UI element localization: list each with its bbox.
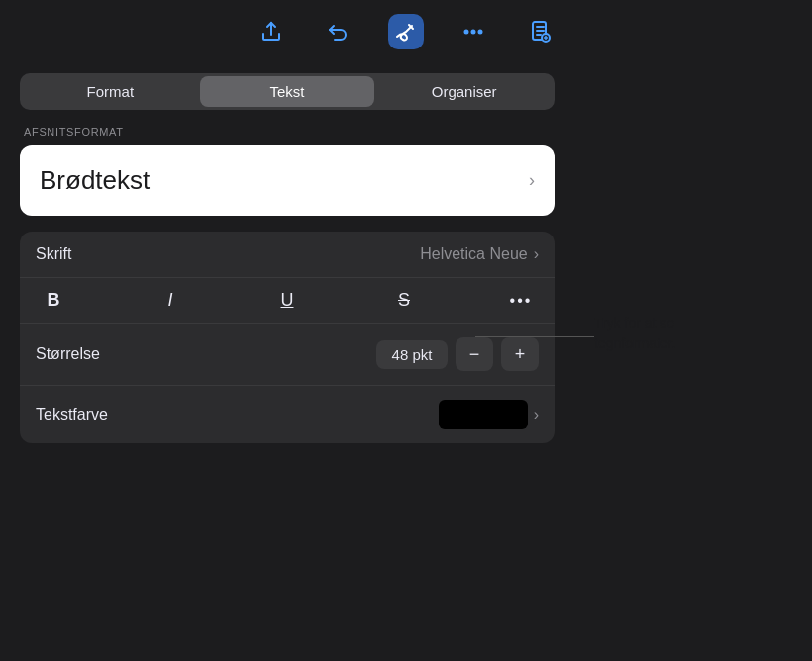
font-row[interactable]: Skrift Helvetica Neue › <box>20 232 555 277</box>
annotation-line2: tegnformater. <box>594 335 676 351</box>
svg-point-0 <box>465 31 468 34</box>
share-icon[interactable] <box>254 14 289 49</box>
color-swatch <box>439 400 528 429</box>
text-color-value: › <box>439 400 539 429</box>
underline-button[interactable]: U <box>273 290 301 311</box>
tab-format[interactable]: Format <box>23 76 198 107</box>
italic-button[interactable]: I <box>156 290 184 311</box>
brush-icon[interactable] <box>388 14 424 49</box>
callout-line <box>475 336 594 337</box>
svg-point-1 <box>472 31 475 34</box>
bold-button[interactable]: B <box>40 290 67 311</box>
annotation-line1: Tryk for at se <box>594 315 674 330</box>
paragraph-format-chevron-icon: › <box>529 170 535 191</box>
decrease-size-button[interactable]: − <box>456 337 493 371</box>
more-formats-button[interactable]: ••• <box>507 292 535 310</box>
paragraph-format-card[interactable]: Brødtekst › <box>20 145 555 216</box>
font-section: Skrift Helvetica Neue › B I U S ••• Stør… <box>20 232 555 443</box>
undo-icon[interactable] <box>321 14 356 49</box>
tab-tekst[interactable]: Tekst <box>200 76 375 107</box>
text-color-label: Tekstfarve <box>36 406 108 424</box>
doc-icon[interactable] <box>523 14 558 49</box>
font-value: Helvetica Neue › <box>420 245 539 263</box>
size-row: Størrelse 48 pkt − + <box>20 323 555 385</box>
section-label-afsnitsformat: AFSNITSFORMAT <box>20 126 555 138</box>
font-value-text: Helvetica Neue <box>420 245 528 263</box>
size-control: 48 pkt − + <box>376 337 539 371</box>
paragraph-format-label: Brødtekst <box>40 165 150 196</box>
more-icon[interactable] <box>456 14 491 49</box>
toolbar <box>0 0 812 61</box>
strikethrough-button[interactable]: S <box>390 290 418 311</box>
tab-bar: Format Tekst Organiser <box>20 73 555 110</box>
text-color-row[interactable]: Tekstfarve › <box>20 385 555 443</box>
size-label: Størrelse <box>36 345 100 363</box>
tab-organiser[interactable]: Organiser <box>376 76 552 107</box>
increase-size-button[interactable]: + <box>501 337 539 371</box>
font-chevron-icon: › <box>534 245 539 263</box>
callout-text: Tryk for at se tegnformater. <box>594 313 676 354</box>
svg-point-2 <box>479 31 482 34</box>
right-space <box>574 61 812 443</box>
left-panel: Format Tekst Organiser AFSNITSFORMAT Brø… <box>0 61 574 443</box>
font-label: Skrift <box>36 245 71 263</box>
style-buttons-row: B I U S ••• <box>20 277 555 323</box>
color-chevron-icon: › <box>534 406 539 424</box>
size-value: 48 pkt <box>376 340 448 369</box>
